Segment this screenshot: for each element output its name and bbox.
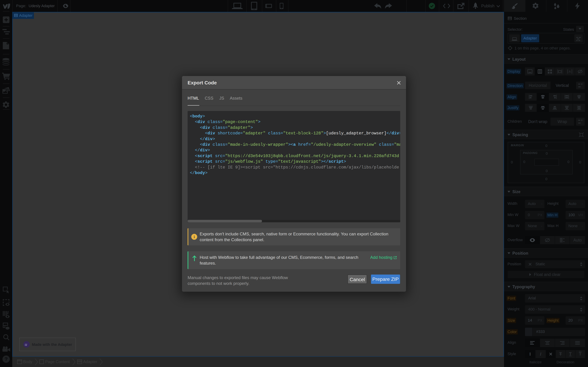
svg-text:A: A xyxy=(569,70,571,73)
